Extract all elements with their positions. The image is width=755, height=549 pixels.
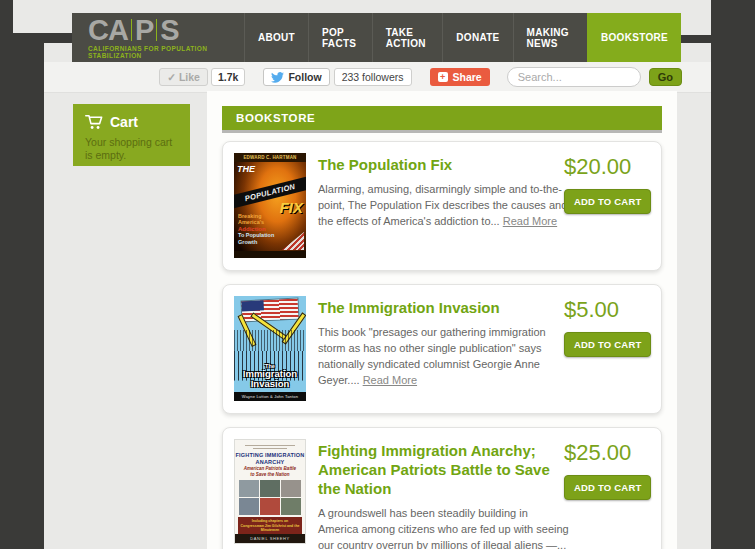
book-description: This book "presages our gathering immigr… — [318, 324, 570, 388]
cover-quote-art — [235, 440, 305, 449]
main-content-panel: BOOKSTORE EDWARD C. HARTMAN THE POPULATI… — [207, 91, 677, 549]
like-count: 1.7k — [211, 68, 245, 86]
logo-separator — [156, 19, 157, 41]
book-price: $25.00 — [564, 441, 650, 465]
book-title-link[interactable]: The Immigration Invasion — [318, 298, 552, 317]
logo[interactable]: CA P S CALIFORNIANS FOR POPULATION STABI… — [72, 13, 244, 62]
followers-count: 233 followers — [334, 68, 412, 86]
follow-label: Follow — [288, 71, 321, 83]
facebook-like-widget: ✓ Like 1.7k — [159, 68, 245, 86]
share-button[interactable]: + Share — [430, 68, 490, 86]
twitter-bird-icon — [271, 72, 284, 83]
left-edge-bar — [0, 33, 44, 549]
right-edge-bar — [711, 0, 755, 549]
cover-portrait-grid — [235, 480, 305, 515]
cover-portrait — [281, 498, 301, 515]
book-description: Alarming, amusing, disarmingly simple an… — [318, 181, 570, 229]
cover-subtitle-text: American Patriots Battle to Save the Nat… — [235, 466, 305, 477]
book-card: The Immigration Invasion Wayne Lutton & … — [222, 284, 662, 414]
book-cover-immigration-invasion[interactable]: The Immigration Invasion Wayne Lutton & … — [234, 296, 306, 401]
cover-flag-canton — [242, 300, 264, 311]
cover-subtitle-line: to Save the Nation — [241, 472, 299, 478]
nav-item-about[interactable]: ABOUT — [244, 13, 308, 62]
nav-item-making-news[interactable]: MAKING NEWS — [513, 13, 587, 62]
cover-title-text: FIGHTING IMMIGRATION ANARCHY — [235, 452, 305, 465]
cover-subtitle-text: Breaking America's Addiction To Populati… — [238, 213, 274, 246]
section-title: BOOKSTORE — [236, 112, 315, 124]
book-description-text: This book "presages our gathering immigr… — [318, 326, 546, 386]
search-input[interactable] — [507, 67, 641, 87]
cover-quote-line — [253, 448, 287, 450]
add-to-cart-button[interactable]: ADD TO CART — [564, 475, 651, 500]
cover-subtitle-line: To Population — [238, 232, 274, 239]
book-price: $5.00 — [564, 298, 650, 322]
book-description-text: A groundswell has been steadily building… — [318, 507, 569, 549]
add-to-cart-button[interactable]: ADD TO CART — [564, 189, 651, 214]
cover-portrait — [260, 480, 280, 497]
book-description: A groundswell has been steadily building… — [318, 505, 570, 549]
cover-author-text: DANIEL SHEEHY — [235, 534, 305, 543]
social-bar: ✓ Like 1.7k Follow 233 followers + Share… — [44, 62, 711, 93]
nav-item-bookstore[interactable]: BOOKSTORE — [587, 13, 681, 62]
page: CA P S CALIFORNIANS FOR POPULATION STABI… — [0, 0, 755, 549]
read-more-link[interactable]: Read More — [503, 215, 557, 227]
cover-title-text: FIX — [280, 199, 303, 216]
book-title-link[interactable]: Fighting Immigration Anarchy; American P… — [318, 441, 552, 498]
book-cover-fighting-immigration-anarchy[interactable]: FIGHTING IMMIGRATION ANARCHY American Pa… — [234, 439, 306, 544]
logo-separator — [131, 19, 132, 41]
left-header-connector — [0, 33, 72, 43]
nav-item-pop-facts[interactable]: POP FACTS — [308, 13, 372, 62]
cart-header[interactable]: Cart — [85, 114, 190, 130]
book-purchase-column: $25.00 ADD TO CART — [564, 439, 650, 545]
cover-portrait — [260, 498, 280, 515]
cover-portrait — [281, 480, 301, 497]
logo-letter-p: P — [135, 17, 153, 43]
cover-portrait — [239, 480, 259, 497]
cover-author-text: EDWARD C. HARTMAN — [234, 153, 306, 162]
book-card: FIGHTING IMMIGRATION ANARCHY American Pa… — [222, 427, 662, 549]
cover-title-line: FIGHTING IMMIGRATION — [235, 452, 305, 459]
cart-icon — [85, 114, 104, 130]
book-purchase-column: $20.00 ADD TO CART — [564, 153, 650, 259]
logo-letters-ca: CA — [88, 17, 128, 43]
share-icon: + — [438, 72, 448, 82]
right-header-connector — [678, 35, 711, 43]
book-info: Fighting Immigration Anarchy; American P… — [318, 439, 552, 545]
book-info: The Population Fix Alarming, amusing, di… — [318, 153, 552, 259]
cover-subtitle-line: Growth — [238, 239, 274, 246]
cover-footer-band — [234, 251, 306, 258]
share-label: Share — [453, 71, 482, 83]
nav-item-donate[interactable]: DONATE — [442, 13, 512, 62]
logo-text: CA P S — [88, 17, 244, 43]
cart-widget: Cart Your shopping cart is empty. — [73, 104, 190, 166]
cover-portrait — [239, 498, 259, 515]
cover-quote-line — [245, 445, 295, 447]
cart-empty-message: Your shopping cart is empty. — [85, 136, 177, 162]
logo-letter-s: S — [160, 17, 178, 43]
cover-title-line: ANARCHY — [235, 459, 305, 466]
search-go-button[interactable]: Go — [649, 68, 682, 86]
book-purchase-column: $5.00 ADD TO CART — [564, 296, 650, 402]
book-price: $20.00 — [564, 155, 650, 179]
twitter-follow-widget: Follow 233 followers — [263, 68, 411, 86]
follow-button[interactable]: Follow — [263, 68, 329, 86]
add-to-cart-button[interactable]: ADD TO CART — [564, 332, 651, 357]
main-nav: ABOUT POP FACTS TAKE ACTION DONATE MAKIN… — [244, 13, 681, 62]
book-card: EDWARD C. HARTMAN THE POPULATION FIX Bre… — [222, 141, 662, 271]
cover-footer-note: Including chapters on Congressman Jim Gi… — [238, 517, 302, 535]
nav-item-take-action[interactable]: TAKE ACTION — [372, 13, 443, 62]
cover-authors-text: Wayne Lutton & John Tanton — [234, 392, 306, 401]
book-list: EDWARD C. HARTMAN THE POPULATION FIX Bre… — [222, 141, 662, 549]
book-info: The Immigration Invasion This book "pres… — [318, 296, 552, 402]
cover-title-text: The Immigration Invasion — [234, 363, 306, 389]
like-button[interactable]: ✓ Like — [159, 68, 208, 86]
book-title-link[interactable]: The Population Fix — [318, 155, 552, 174]
header: CA P S CALIFORNIANS FOR POPULATION STABI… — [72, 13, 681, 62]
book-cover-population-fix[interactable]: EDWARD C. HARTMAN THE POPULATION FIX Bre… — [234, 153, 306, 258]
section-title-bar: BOOKSTORE — [222, 106, 662, 130]
cover-title-text: THE — [237, 164, 255, 174]
read-more-link[interactable]: Read More — [363, 374, 417, 386]
cover-subtitle-line: American Patriots Battle — [241, 466, 299, 472]
cover-flag-art — [282, 232, 304, 250]
cart-title: Cart — [110, 114, 138, 130]
